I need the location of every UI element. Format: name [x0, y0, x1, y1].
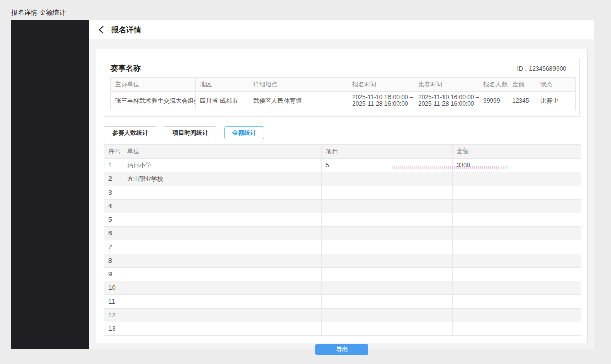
table-row: 4	[104, 200, 581, 213]
topbar-title: 报名详情	[111, 25, 141, 35]
cell-amount	[453, 268, 581, 281]
table-row: 1清河小学53300	[104, 159, 581, 172]
cell-project	[322, 213, 453, 227]
col-amount: 金额	[508, 78, 536, 92]
cell-amount	[453, 213, 581, 227]
col-no: 序号	[104, 145, 123, 159]
topbar: 报名详情	[89, 20, 594, 39]
col-money: 金额	[453, 145, 581, 159]
cell-unit	[123, 227, 322, 240]
cell-no: 4	[104, 200, 123, 213]
stats-table: 序号 单位 项目 金额 1清河小学533002方山职业学校34567891011…	[104, 144, 581, 336]
stats-table-body: 1清河小学533002方山职业学校345678910111213	[104, 159, 581, 336]
cell-unit	[123, 322, 322, 336]
cell-amount: 12345	[508, 92, 536, 110]
back-icon[interactable]	[98, 25, 105, 34]
cell-amount	[453, 227, 581, 240]
event-table-data-row: 张三丰杯武术养生交流大会组委会 四川省 成都市 武侯区人民体育馆 2025-11…	[111, 92, 576, 110]
table-row: 9	[104, 268, 581, 281]
status-badge: 比赛中	[536, 92, 576, 110]
cell-no: 7	[104, 240, 123, 254]
table-row: 3	[104, 186, 581, 200]
cell-no: 13	[104, 322, 123, 336]
signup-time-end: 2025-11-28 16:00:00	[352, 101, 410, 107]
col-signup-count: 报名人数	[479, 78, 508, 92]
cell-unit	[123, 295, 322, 309]
cell-project	[322, 172, 453, 186]
cell-no: 12	[104, 309, 123, 322]
tab-amount-stats[interactable]: 金额统计	[224, 126, 264, 139]
export-button[interactable]: 导出	[315, 344, 368, 355]
cell-unit	[123, 186, 322, 200]
cell-amount	[453, 186, 581, 200]
cell-no: 3	[104, 186, 123, 200]
cell-amount	[453, 281, 581, 295]
cell-amount	[453, 200, 581, 213]
cell-unit: 清河小学	[123, 159, 322, 172]
cell-no: 6	[104, 227, 123, 240]
cell-signup-time: 2025-11-10 16:00:00 – 2025-11-28 16:00:0…	[348, 92, 414, 110]
cell-no: 1	[104, 159, 123, 172]
event-section-title: 赛事名称	[110, 64, 141, 73]
cell-project	[322, 240, 453, 254]
cell-amount	[453, 240, 581, 254]
table-row: 11	[104, 295, 581, 309]
cell-amount	[453, 172, 581, 186]
tab-participant-stats[interactable]: 参赛人数统计	[104, 126, 156, 139]
cell-amount: 3300	[453, 159, 581, 172]
cell-project	[322, 254, 453, 268]
event-id-value: 12345689900	[529, 65, 566, 72]
col-region: 地区	[196, 78, 249, 92]
cell-amount	[453, 322, 581, 336]
cell-project	[322, 268, 453, 281]
main-content: 报名详情 赛事名称 ID：12345689900 主办单位 地区 详	[89, 20, 594, 349]
col-signup-time: 报名时间	[348, 78, 414, 92]
table-row: 12	[104, 309, 581, 322]
cell-unit	[123, 268, 322, 281]
stats-table-wrap: 序号 单位 项目 金额 1清河小学533002方山职业学校34567891011…	[104, 144, 580, 336]
stats-table-header-row: 序号 单位 项目 金额	[104, 145, 581, 159]
col-address: 详细地点	[249, 78, 348, 92]
cell-no: 10	[104, 281, 123, 295]
col-project: 项目	[322, 145, 453, 159]
cell-no: 5	[104, 213, 123, 227]
cell-no: 8	[104, 254, 123, 268]
export-row: 导出	[104, 344, 580, 355]
cell-no: 11	[104, 295, 123, 309]
tab-project-time-stats[interactable]: 项目时间统计	[164, 126, 216, 139]
cell-project	[322, 295, 453, 309]
table-row: 5	[104, 213, 581, 227]
cell-unit: 方山职业学校	[123, 172, 322, 186]
cell-no: 2	[104, 172, 123, 186]
cell-project	[322, 281, 453, 295]
col-organizer: 主办单位	[111, 78, 196, 92]
cell-unit	[123, 254, 322, 268]
cell-project	[322, 322, 453, 336]
cell-unit	[123, 200, 322, 213]
col-status: 状态	[536, 78, 576, 92]
cell-project: 5	[322, 159, 453, 172]
cell-match-time: 2025-11-10 16:00:00 – 2025-11-28 16:00:0…	[414, 92, 479, 110]
content-panel: 赛事名称 ID：12345689900 主办单位 地区 详细地点 报名时间	[96, 49, 588, 343]
cell-signup-count: 99999	[479, 92, 508, 110]
table-row: 7	[104, 240, 581, 254]
event-card: 赛事名称 ID：12345689900 主办单位 地区 详细地点 报名时间	[104, 58, 580, 117]
sidebar	[11, 20, 89, 349]
cell-region: 四川省 成都市	[196, 92, 249, 110]
cell-amount	[453, 254, 581, 268]
col-match-time: 比赛时间	[414, 78, 479, 92]
page-title: 报名详情-金额统计	[11, 8, 66, 17]
cell-amount	[453, 295, 581, 309]
cell-unit	[123, 213, 322, 227]
table-row: 10	[104, 281, 581, 295]
cell-amount	[453, 309, 581, 322]
cell-no: 9	[104, 268, 123, 281]
cell-project	[322, 186, 453, 200]
cell-project	[322, 200, 453, 213]
cell-unit	[123, 281, 322, 295]
tabs: 参赛人数统计 项目时间统计 金额统计	[104, 126, 580, 139]
cell-address: 武侯区人民体育馆	[249, 92, 348, 110]
cell-unit	[123, 309, 322, 322]
event-table-header-row: 主办单位 地区 详细地点 报名时间 比赛时间 报名人数 金额 状态	[111, 78, 576, 92]
cell-project	[322, 309, 453, 322]
